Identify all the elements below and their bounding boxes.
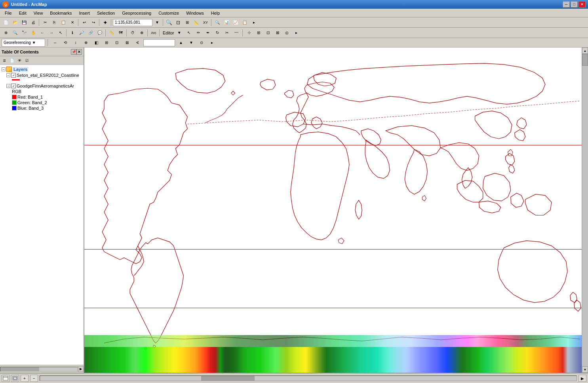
zoom-full-btn[interactable]: ⊕ <box>2 29 10 37</box>
scroll-down-arrow[interactable]: ▼ <box>582 366 588 373</box>
data-view-btn[interactable] <box>2 375 10 382</box>
edit-cut-btn[interactable]: ✂ <box>223 29 231 37</box>
close-button[interactable]: ✕ <box>578 1 586 8</box>
sidebar-hscroll[interactable] <box>0 367 78 372</box>
hyperlink-btn[interactable]: 🔗 <box>86 29 95 37</box>
geo-btn6[interactable]: ⊞ <box>102 38 111 47</box>
toc-list-by-drawing-order[interactable]: ≡ <box>1 57 8 64</box>
expand-layers[interactable]: − <box>2 67 6 71</box>
edit-snapping-btn[interactable]: ⊹ <box>245 29 253 37</box>
scroll-thumb[interactable] <box>582 54 588 66</box>
zoom-out-status-btn[interactable]: − <box>30 375 38 382</box>
expand-seton[interactable]: − <box>6 73 10 77</box>
layers-group-item[interactable]: − Layers <box>1 66 83 72</box>
maximize-button[interactable]: □ <box>571 1 578 8</box>
zoom-out-btn[interactable]: ⊡ <box>174 18 183 27</box>
copy-button[interactable]: ⎘ <box>50 18 59 27</box>
geo-btn1[interactable]: ↔ <box>51 38 59 47</box>
chart-btn[interactable]: 📈 <box>231 18 240 27</box>
edit-split-btn[interactable]: ⊡ <box>264 29 272 37</box>
geo-btn5[interactable]: ◧ <box>92 38 101 47</box>
add-data-button[interactable]: ✦ <box>101 18 110 27</box>
edit-sketch-btn[interactable]: ✒ <box>204 29 212 37</box>
menu-help[interactable]: Help <box>208 10 223 16</box>
zoom-in-status-btn[interactable]: + <box>21 375 29 382</box>
new-button[interactable]: 📄 <box>2 18 10 27</box>
edit-rotate-btn[interactable]: ↻ <box>213 29 222 37</box>
scroll-track[interactable] <box>582 54 588 366</box>
geo-scroll-down[interactable]: ▼ <box>187 38 196 47</box>
geo-btn3[interactable]: ↕ <box>71 38 80 47</box>
redo-button[interactable]: ↪ <box>89 18 98 27</box>
arcgis-btn[interactable]: Arc <box>149 29 158 37</box>
minimize-button[interactable]: ─ <box>563 1 570 8</box>
menu-edit[interactable]: Edit <box>16 10 30 16</box>
delete-button[interactable]: ✕ <box>68 18 77 27</box>
edit-more-btn[interactable]: ⊞ <box>254 29 263 37</box>
scale-dropdown[interactable]: ▼ <box>153 18 162 27</box>
georeferencing-dropdown[interactable]: Georeferencing ▼ <box>2 39 45 47</box>
geo-btn8[interactable]: ⊠ <box>123 38 131 47</box>
menu-geoprocessing[interactable]: Geoprocessing <box>119 10 154 16</box>
geo-btn4[interactable]: ⊕ <box>82 38 90 47</box>
scroll-up-arrow[interactable]: ▲ <box>582 48 588 54</box>
html-popup-btn[interactable]: 💬 <box>95 29 104 37</box>
toc-close[interactable]: ✕ <box>76 49 82 55</box>
edit-merge-btn[interactable]: ⊠ <box>273 29 282 37</box>
geo-btn7[interactable]: ⊡ <box>112 38 121 47</box>
toc-list-by-source[interactable]: 📄 <box>8 57 15 64</box>
open-button[interactable]: 📂 <box>11 18 19 27</box>
zoom-in2-btn[interactable]: 🔍 <box>11 29 19 37</box>
geo-text-input[interactable] <box>143 39 175 46</box>
goodge-visibility-checkbox[interactable] <box>11 84 16 88</box>
time-btn[interactable]: ⏱ <box>128 29 137 37</box>
table-btn[interactable]: 📊 <box>222 18 231 27</box>
menu-selection[interactable]: Selection <box>94 10 118 16</box>
edit-more2-btn[interactable]: ▸ <box>292 29 301 37</box>
find-btn[interactable]: 🔎 <box>77 29 86 37</box>
fwd-btn[interactable]: → <box>47 29 56 37</box>
toc-auto-hide[interactable]: 📌 <box>71 49 76 55</box>
editor-dropdown[interactable]: ▼ <box>175 29 184 37</box>
geo-btn10[interactable]: ⊙ <box>197 38 206 47</box>
sidebar-scroll-right[interactable]: ▶ <box>78 366 84 372</box>
edit-buffer-btn[interactable]: ◎ <box>283 29 291 37</box>
edit-vertices-btn[interactable]: ✏ <box>194 29 203 37</box>
menu-windows[interactable]: Windows <box>183 10 207 16</box>
report-btn[interactable]: 📋 <box>240 18 249 27</box>
pan-btn[interactable]: ✋ <box>29 29 38 37</box>
geo-btn9[interactable]: ∢ <box>133 38 142 47</box>
identify-btn[interactable]: ℹ <box>68 29 77 37</box>
toc-list-by-visibility[interactable]: 👁 <box>16 57 23 64</box>
expand-goodge[interactable]: − <box>6 84 10 88</box>
print-button[interactable]: 🖨 <box>29 18 38 27</box>
zoom-out2-btn[interactable]: 🔭 <box>20 29 29 37</box>
scale-input[interactable] <box>113 19 152 26</box>
menu-file[interactable]: File <box>2 10 15 16</box>
search-btn[interactable]: 🔍 <box>213 18 222 27</box>
seton-layer-item[interactable]: − Seton_etal_ESR2012_Coastline <box>1 72 83 78</box>
measure2-btn[interactable]: 📏 <box>107 29 116 37</box>
geo-scroll-up[interactable]: ▲ <box>177 38 185 47</box>
map-hscrollbar[interactable] <box>40 375 577 381</box>
toc-list-by-selection[interactable]: ☑ <box>23 57 30 64</box>
menu-bookmarks[interactable]: Bookmarks <box>47 10 75 16</box>
edit-tool-btn[interactable]: ↖ <box>185 29 193 37</box>
menu-customize[interactable]: Customize <box>155 10 182 16</box>
cut-button[interactable]: ✂ <box>41 18 49 27</box>
zoom-in-btn[interactable]: 🔍 <box>165 18 173 27</box>
measure-btn[interactable]: 📐 <box>192 18 201 27</box>
menu-view[interactable]: View <box>30 10 46 16</box>
edit-trace-btn[interactable]: 〰 <box>232 29 241 37</box>
layout-view-btn[interactable] <box>11 375 19 382</box>
go-xy-btn[interactable]: XY <box>201 18 210 27</box>
find-route-btn[interactable]: 🗺 <box>116 29 125 37</box>
menu-insert[interactable]: Insert <box>76 10 93 16</box>
extent-btn[interactable]: ⊞ <box>183 18 192 27</box>
scroll-right-btn[interactable]: ▶ <box>578 375 586 382</box>
map-view[interactable]: ▲ ▼ <box>84 48 588 373</box>
goodge-layer-item[interactable]: − GoodgeFinnAeromagneticsAr <box>1 83 83 89</box>
more-btn[interactable]: ▸ <box>249 18 258 27</box>
undo-button[interactable]: ↩ <box>80 18 89 27</box>
geo-btn2[interactable]: ⟲ <box>61 38 70 47</box>
